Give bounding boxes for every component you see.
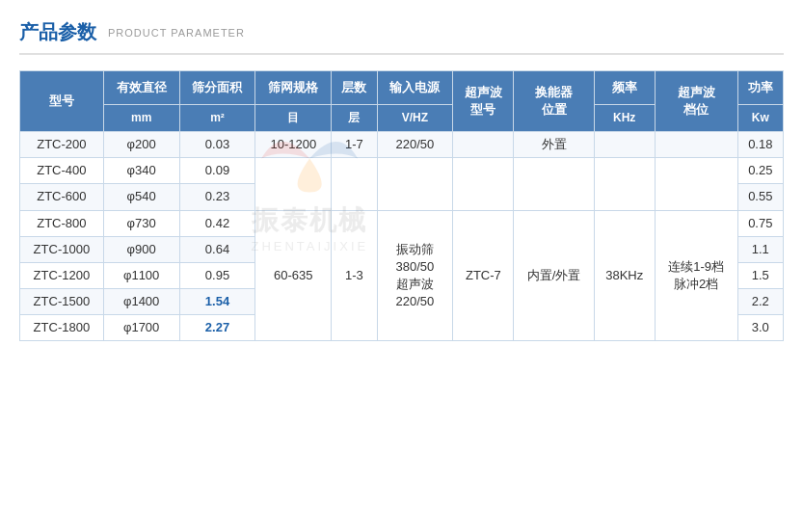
cell-ultra-model-c: ZTC-7 (453, 210, 514, 341)
cell-diameter: φ540 (103, 184, 179, 210)
page-title-en: PRODUCT PARAMETER (108, 27, 245, 39)
cell-power-input: 220/50 (377, 131, 453, 157)
cell-diameter: φ730 (103, 210, 179, 236)
table-body: ZTC-200φ2000.0310-12001-7220/50外置0.18ZTC… (20, 131, 784, 341)
col-diameter: 有效直径 (103, 71, 179, 105)
cell-diameter: φ900 (103, 236, 179, 262)
cell-freq-c: 38KHz (594, 210, 655, 341)
cell-model: ZTC-1200 (20, 262, 104, 288)
cell-power-kw: 1.5 (737, 262, 783, 288)
cell-power-kw: 1.1 (737, 236, 783, 262)
cell-area: 0.95 (179, 262, 255, 288)
col-power-kw: Kw (737, 105, 783, 132)
cell-diameter: φ200 (103, 131, 179, 157)
cell-mesh-c: 60-635 (255, 210, 332, 341)
cell-layers-blank (332, 158, 377, 210)
cell-power-kw: 0.75 (737, 210, 783, 236)
product-parameter-table: 型号 有效直径 筛分面积 筛网规格 层数 输入电源 超声波型号 换能器位置 频率… (19, 70, 784, 341)
cell-gear-blank (655, 158, 737, 210)
cell-area: 0.42 (179, 210, 255, 236)
cell-power-kw: 0.25 (737, 158, 783, 184)
cell-diameter: φ340 (103, 158, 179, 184)
cell-model: ZTC-400 (20, 158, 104, 184)
col-gear: 超声波档位 (655, 71, 737, 132)
col-area: 筛分面积 (179, 71, 255, 105)
table-header-row1: 型号 有效直径 筛分面积 筛网规格 层数 输入电源 超声波型号 换能器位置 频率… (20, 71, 784, 105)
cell-transducer-c: 内置/外置 (514, 210, 594, 341)
cell-diameter: φ1400 (103, 289, 179, 315)
col-mesh-unit: 目 (255, 105, 332, 132)
cell-model: ZTC-1500 (20, 289, 104, 315)
cell-power-input-blank (377, 158, 453, 210)
cell-power-kw: 2.2 (737, 289, 783, 315)
cell-gear-c: 连续1-9档脉冲2档 (655, 210, 737, 341)
page-title-cn: 产品参数 (19, 19, 96, 45)
cell-ultra-model-blank (453, 158, 514, 210)
table-row: ZTC-800φ7300.4260-6351-3振动筛380/50超声波220/… (20, 210, 784, 236)
col-power-unit: V/HZ (377, 105, 453, 132)
cell-ultra-model (453, 131, 514, 157)
cell-gear (655, 131, 737, 157)
col-freq-unit: KHz (594, 105, 655, 132)
cell-area: 0.23 (179, 184, 255, 210)
col-layers: 层数 (332, 71, 377, 105)
cell-power-kw: 3.0 (737, 315, 783, 341)
cell-layers: 1-7 (332, 131, 377, 157)
cell-layers-c: 1-3 (332, 210, 377, 341)
cell-mesh: 10-1200 (255, 131, 332, 157)
col-model: 型号 (20, 71, 104, 132)
cell-transducer-blank (514, 158, 594, 210)
col-area-unit: m² (179, 105, 255, 132)
cell-area: 2.27 (179, 315, 255, 341)
page-header: 产品参数 PRODUCT PARAMETER (19, 19, 784, 55)
col-freq: 频率 (594, 71, 655, 105)
table-row: ZTC-200φ2000.0310-12001-7220/50外置0.18 (20, 131, 784, 157)
cell-model: ZTC-1800 (20, 315, 104, 341)
cell-power-kw: 0.18 (737, 131, 783, 157)
col-layers-unit: 层 (332, 105, 377, 132)
cell-model: ZTC-600 (20, 184, 104, 210)
cell-power-kw: 0.55 (737, 184, 783, 210)
cell-transducer: 外置 (514, 131, 594, 157)
cell-freq (594, 131, 655, 157)
col-diameter-unit: mm (103, 105, 179, 132)
cell-model: ZTC-200 (20, 131, 104, 157)
cell-diameter: φ1700 (103, 315, 179, 341)
col-power-input: 输入电源 (377, 71, 453, 105)
table-row: ZTC-400φ3400.090.25 (20, 158, 784, 184)
col-power: 功率 (737, 71, 783, 105)
col-ultrasonic-model: 超声波型号 (453, 71, 514, 132)
cell-area: 0.09 (179, 158, 255, 184)
cell-power-input-c: 振动筛380/50超声波220/50 (377, 210, 453, 341)
cell-freq-blank (594, 158, 655, 210)
cell-model: ZTC-800 (20, 210, 104, 236)
cell-diameter: φ1100 (103, 262, 179, 288)
col-transducer-pos: 换能器位置 (514, 71, 594, 132)
cell-area: 0.64 (179, 236, 255, 262)
col-mesh: 筛网规格 (255, 71, 332, 105)
cell-model: ZTC-1000 (20, 236, 104, 262)
cell-mesh-blank (255, 158, 332, 210)
cell-area: 1.54 (179, 289, 255, 315)
cell-area: 0.03 (179, 131, 255, 157)
